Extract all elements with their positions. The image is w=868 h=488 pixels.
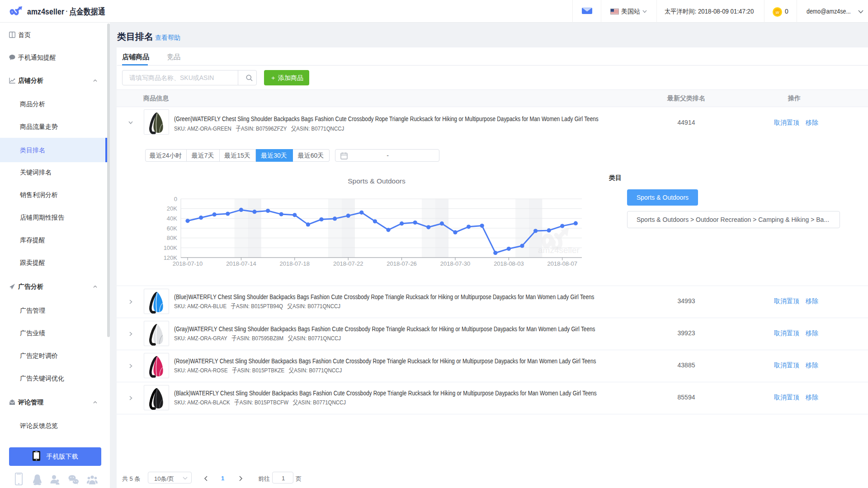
svg-text:amz4seller: amz4seller <box>538 245 580 255</box>
svg-text:0: 0 <box>174 196 177 202</box>
svg-text:100K: 100K <box>164 244 178 251</box>
svg-text:20K: 20K <box>167 205 177 212</box>
svg-text:2018-07-18: 2018-07-18 <box>280 260 310 267</box>
svg-text:2018-07-26: 2018-07-26 <box>387 260 417 267</box>
svg-text:2018-07-10: 2018-07-10 <box>173 260 203 267</box>
svg-text:w: w <box>775 9 779 15</box>
svg-text:80K: 80K <box>167 235 177 241</box>
svg-text:Sports & Outdoors: Sports & Outdoors <box>348 177 406 185</box>
svg-text:2018-07-30: 2018-07-30 <box>440 260 471 267</box>
svg-text:2018-07-22: 2018-07-22 <box>333 260 363 267</box>
svg-text:2018-08-03: 2018-08-03 <box>494 260 524 267</box>
svg-text:2018-07-14: 2018-07-14 <box>226 260 256 267</box>
svg-text:2018-08-07: 2018-08-07 <box>547 260 578 267</box>
svg-text:40K: 40K <box>167 215 177 222</box>
svg-text:60K: 60K <box>167 225 177 232</box>
